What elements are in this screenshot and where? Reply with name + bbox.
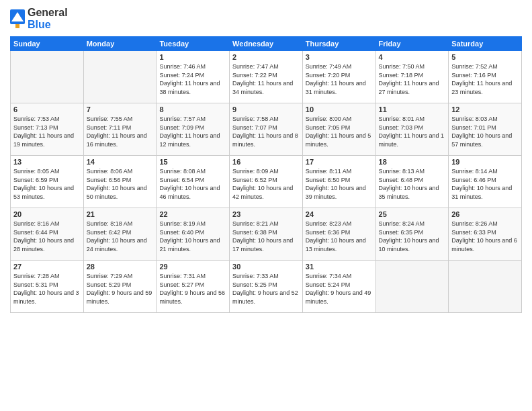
calendar-cell [11,51,84,103]
day-number: 4 [379,53,446,61]
day-info: Sunrise: 7:49 AMSunset: 7:20 PMDaylight:… [306,62,373,96]
sunrise-text: Sunrise: 7:58 AM [232,116,279,122]
day-info: Sunrise: 7:58 AMSunset: 7:07 PMDaylight:… [232,115,300,148]
sunrise-text: Sunrise: 7:50 AM [379,63,425,70]
calendar-header-row: SundayMondayTuesdayWednesdayThursdayFrid… [11,37,522,51]
sunset-text: Sunset: 6:42 PM [87,229,132,236]
calendar-cell: 5Sunrise: 7:52 AMSunset: 7:16 PMDaylight… [449,51,522,103]
day-number: 13 [13,158,81,166]
sunrise-text: Sunrise: 8:13 AM [379,168,425,175]
day-info: Sunrise: 7:47 AMSunset: 7:22 PMDaylight:… [232,62,300,96]
sunset-text: Sunset: 6:48 PM [379,177,424,183]
day-info: Sunrise: 8:11 AMSunset: 6:50 PMDaylight:… [306,167,373,201]
daylight-text: Daylight: 10 hours and 57 minutes. [451,132,512,148]
daylight-text: Daylight: 11 hours and 16 minutes. [87,132,147,148]
day-info: Sunrise: 8:24 AMSunset: 6:35 PMDaylight:… [379,220,446,253]
day-number: 7 [87,105,154,113]
calendar-table: SundayMondayTuesdayWednesdayThursdayFrid… [10,36,522,313]
sunset-text: Sunset: 6:52 PM [232,177,277,183]
weekday-header: Sunday [11,37,84,51]
daylight-text: Daylight: 10 hours and 31 minutes. [451,185,512,200]
calendar-cell: 25Sunrise: 8:24 AMSunset: 6:35 PMDayligh… [375,208,449,261]
sunrise-text: Sunrise: 7:52 AM [451,63,498,70]
daylight-text: Daylight: 11 hours and 38 minutes. [159,80,220,95]
weekday-header: Wednesday [230,37,303,51]
daylight-text: Daylight: 10 hours and 17 minutes. [232,237,293,253]
day-number: 31 [306,263,373,271]
day-info: Sunrise: 7:31 AMSunset: 5:27 PMDaylight:… [159,272,226,306]
calendar-cell: 27Sunrise: 7:28 AMSunset: 5:31 PMDayligh… [11,261,84,313]
day-number: 25 [379,210,446,218]
daylight-text: Daylight: 10 hours and 53 minutes. [13,185,74,200]
calendar-cell: 11Sunrise: 8:01 AMSunset: 7:03 PMDayligh… [375,103,449,156]
daylight-text: Daylight: 10 hours and 10 minutes. [379,237,439,253]
sunrise-text: Sunrise: 7:28 AM [13,273,60,279]
day-number: 20 [13,210,81,218]
day-info: Sunrise: 7:29 AMSunset: 5:29 PMDaylight:… [87,272,154,306]
sunset-text: Sunset: 5:25 PM [232,281,277,288]
daylight-text: Daylight: 11 hours and 8 minutes. [232,132,298,148]
calendar-cell: 30Sunrise: 7:33 AMSunset: 5:25 PMDayligh… [230,261,303,313]
calendar-cell: 3Sunrise: 7:49 AMSunset: 7:20 PMDaylight… [302,51,375,103]
day-info: Sunrise: 8:06 AMSunset: 6:56 PMDaylight:… [87,167,154,201]
day-info: Sunrise: 8:26 AMSunset: 6:33 PMDaylight:… [451,220,519,253]
calendar-cell: 12Sunrise: 8:03 AMSunset: 7:01 PMDayligh… [449,103,522,156]
day-number: 11 [379,105,446,113]
day-number: 29 [159,263,226,271]
sunrise-text: Sunrise: 8:11 AM [306,168,352,175]
day-number: 10 [306,105,373,113]
calendar-cell: 13Sunrise: 8:05 AMSunset: 6:59 PMDayligh… [11,156,84,208]
day-info: Sunrise: 8:03 AMSunset: 7:01 PMDaylight:… [451,115,519,148]
sunrise-text: Sunrise: 7:47 AM [232,63,279,70]
day-number: 5 [451,53,519,61]
daylight-text: Daylight: 11 hours and 1 minute. [379,132,445,148]
daylight-text: Daylight: 10 hours and 6 minutes. [451,237,517,253]
weekday-header: Saturday [449,37,522,51]
sunset-text: Sunset: 6:44 PM [13,229,58,236]
sunset-text: Sunset: 5:29 PM [87,281,132,288]
sunrise-text: Sunrise: 7:49 AM [306,63,352,70]
day-number: 18 [379,158,446,166]
day-info: Sunrise: 7:28 AMSunset: 5:31 PMDaylight:… [13,272,81,306]
calendar-cell: 18Sunrise: 8:13 AMSunset: 6:48 PMDayligh… [375,156,449,208]
day-info: Sunrise: 8:23 AMSunset: 6:36 PMDaylight:… [306,220,373,253]
day-number: 16 [232,158,300,166]
calendar-cell: 6Sunrise: 7:53 AMSunset: 7:13 PMDaylight… [11,103,84,156]
day-info: Sunrise: 8:14 AMSunset: 6:46 PMDaylight:… [451,167,519,201]
calendar-cell: 14Sunrise: 8:06 AMSunset: 6:56 PMDayligh… [83,156,157,208]
calendar-cell [375,261,449,313]
day-info: Sunrise: 7:52 AMSunset: 7:16 PMDaylight:… [451,62,519,96]
calendar-cell: 17Sunrise: 8:11 AMSunset: 6:50 PMDayligh… [302,156,375,208]
sunrise-text: Sunrise: 8:05 AM [13,168,60,175]
day-info: Sunrise: 7:53 AMSunset: 7:13 PMDaylight:… [13,115,81,148]
day-number: 17 [306,158,373,166]
day-number: 30 [232,263,300,271]
day-number: 8 [159,105,226,113]
day-number: 14 [87,158,154,166]
sunrise-text: Sunrise: 8:14 AM [451,168,498,175]
daylight-text: Daylight: 10 hours and 3 minutes. [13,289,79,305]
day-info: Sunrise: 7:57 AMSunset: 7:09 PMDaylight:… [159,115,226,148]
sunset-text: Sunset: 7:18 PM [379,72,424,79]
sunset-text: Sunset: 6:59 PM [13,177,58,183]
sunset-text: Sunset: 7:13 PM [13,124,58,131]
daylight-text: Daylight: 11 hours and 23 minutes. [451,80,512,95]
calendar-week-row: 1Sunrise: 7:46 AMSunset: 7:24 PMDaylight… [11,51,522,103]
daylight-text: Daylight: 10 hours and 50 minutes. [87,185,147,200]
day-info: Sunrise: 8:09 AMSunset: 6:52 PMDaylight:… [232,167,300,201]
sunrise-text: Sunrise: 7:46 AM [159,63,206,70]
day-number: 19 [451,158,519,166]
daylight-text: Daylight: 10 hours and 46 minutes. [159,185,220,200]
sunrise-text: Sunrise: 8:16 AM [13,220,60,227]
sunrise-text: Sunrise: 8:26 AM [451,220,498,227]
day-number: 22 [159,210,226,218]
daylight-text: Daylight: 10 hours and 35 minutes. [379,185,439,200]
sunset-text: Sunset: 6:56 PM [87,177,132,183]
sunset-text: Sunset: 7:03 PM [379,124,424,131]
day-info: Sunrise: 8:00 AMSunset: 7:05 PMDaylight:… [306,115,373,148]
day-number: 2 [232,53,300,61]
calendar-cell: 23Sunrise: 8:21 AMSunset: 6:38 PMDayligh… [230,208,303,261]
daylight-text: Daylight: 11 hours and 5 minutes. [306,132,371,148]
day-info: Sunrise: 7:34 AMSunset: 5:24 PMDaylight:… [306,272,373,306]
logo-text: General Blue [28,7,68,31]
